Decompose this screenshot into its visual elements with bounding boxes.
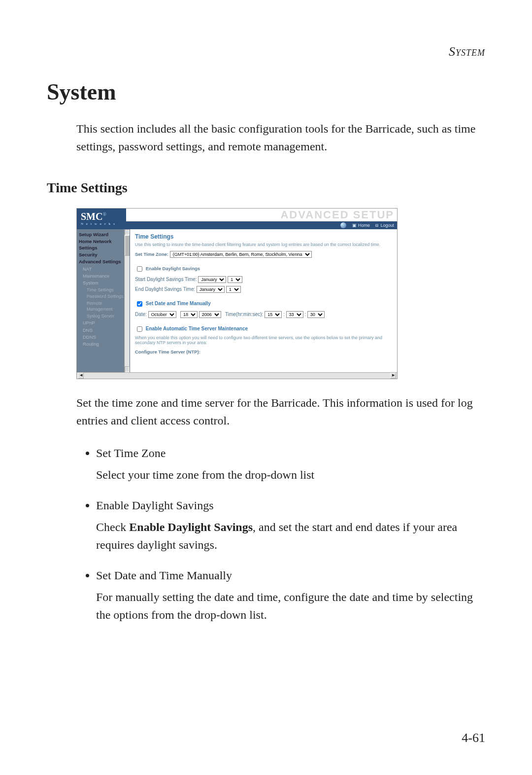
sidebar-item-home-network[interactable]: Home Network Settings — [79, 238, 128, 251]
end-dst-month[interactable]: January — [197, 286, 225, 293]
list-item: Enable Daylight Savings Check Enable Day… — [96, 496, 485, 554]
sidebar-item-password-settings[interactable]: Password Settings — [79, 293, 128, 300]
sidebar-item-syslog-server[interactable]: Syslog Server — [79, 313, 128, 320]
start-dst-day[interactable]: 1 — [228, 276, 242, 283]
sidebar-item-advanced[interactable]: Advanced Settings — [79, 258, 128, 265]
page-number: 4-61 — [462, 731, 485, 745]
time-min[interactable]: 33 — [286, 311, 303, 318]
timezone-select[interactable]: (GMT+01:00) Amsterdam, Berlin, Bern, Rom… — [170, 251, 312, 258]
bullet-head: Set Time Zone — [96, 444, 485, 462]
sidebar-item-ddns[interactable]: DDNS — [79, 334, 128, 341]
bullet-body: For manually setting the date and time, … — [96, 588, 485, 624]
sidebar-item-dns[interactable]: DNS — [79, 327, 128, 334]
list-item: Set Time Zone Select your time zone from… — [96, 444, 485, 484]
end-dst-label: End Daylight Savings Time: — [135, 286, 195, 292]
bottom-scrollbar[interactable]: ◀ ▶ — [77, 372, 397, 379]
scroll-down-icon[interactable]: ▼ — [125, 366, 130, 372]
logo-text: SMC — [81, 211, 102, 222]
time-sec[interactable]: 30 — [307, 311, 325, 318]
manual-datetime-label: Set Date and Time Manually — [146, 301, 211, 306]
date-year[interactable]: 2006 — [199, 311, 221, 318]
time-label: Time(hr:min:sec): — [225, 312, 263, 317]
sidebar-scrollbar[interactable]: ▲ ▼ — [124, 229, 130, 372]
end-dst-day[interactable]: 1 — [226, 286, 241, 293]
sidebar-item-upnp[interactable]: UPnP — [79, 319, 128, 326]
intro-paragraph: This section includes all the basic conf… — [76, 120, 485, 155]
logo-subtext: N e t w o r k s — [81, 222, 122, 225]
sidebar-item-security[interactable]: Security — [79, 251, 128, 258]
app-title: ADVANCED SETUP — [126, 209, 397, 221]
logout-link[interactable]: ⦻ Logout — [375, 223, 394, 228]
date-label: Date: — [135, 312, 147, 317]
router-ui-screenshot: SMC® N e t w o r k s ADVANCED SETUP ▣ Ho… — [76, 208, 398, 379]
section-title: Time Settings — [47, 180, 485, 196]
sidebar-item-routing[interactable]: Routing — [79, 341, 128, 348]
daylight-savings-label: Enable Daylight Savings — [146, 266, 200, 271]
globe-icon — [340, 222, 346, 228]
bullet-list: Set Time Zone Select your time zone from… — [96, 444, 485, 624]
logo: SMC® N e t w o r k s — [77, 209, 126, 229]
date-day[interactable]: 18 — [180, 311, 198, 318]
sidebar-item-setup-wizard[interactable]: Setup Wizard — [79, 231, 128, 238]
home-link[interactable]: ▣ Home — [352, 223, 370, 228]
configure-ntp-label: Configure Time Server (NTP): — [135, 349, 392, 354]
time-hour[interactable]: 15 — [265, 311, 282, 318]
sidebar-item-nat[interactable]: NAT — [79, 266, 128, 273]
sidebar-item-time-settings[interactable]: Time Settings — [79, 287, 128, 294]
timezone-label: Set Time Zone: — [135, 251, 168, 257]
content-description: Use this setting to insure the time-base… — [135, 242, 392, 247]
scroll-up-icon[interactable]: ▲ — [125, 229, 130, 235]
list-item: Set Date and Time Manually For manually … — [96, 566, 485, 624]
page-title: System — [47, 79, 485, 105]
date-month[interactable]: October — [148, 311, 176, 318]
scroll-right-icon[interactable]: ▶ — [390, 373, 396, 379]
sidebar-item-maintenance[interactable]: Maintenance — [79, 273, 128, 280]
auto-timeserver-label: Enable Automatic Time Server Maintenance — [146, 326, 248, 331]
content-pane: Time Settings Use this setting to insure… — [130, 229, 397, 372]
bullet-body: Select your time zone from the drop-down… — [96, 466, 485, 484]
sidebar: Setup Wizard Home Network Settings Secur… — [77, 229, 130, 372]
start-dst-month[interactable]: January — [198, 276, 226, 283]
daylight-savings-checkbox[interactable] — [137, 266, 142, 272]
start-dst-label: Start Daylight Savings Time: — [135, 277, 197, 282]
content-title: Time Settings — [135, 233, 392, 240]
after-shot-paragraph: Set the time zone and time server for th… — [76, 394, 485, 429]
manual-datetime-checkbox[interactable] — [137, 301, 142, 307]
auto-timeserver-desc: When you enable this option you will nee… — [135, 335, 392, 345]
scroll-left-icon[interactable]: ◀ — [78, 373, 84, 379]
auto-timeserver-checkbox[interactable] — [137, 326, 142, 332]
sidebar-item-remote-management[interactable]: Remote Management — [79, 300, 128, 313]
sidebar-item-system[interactable]: System — [79, 280, 128, 286]
bullet-body: Check Enable Daylight Savings, and set t… — [96, 518, 485, 554]
running-head: System — [47, 44, 485, 59]
bullet-head: Set Date and Time Manually — [96, 566, 485, 584]
bullet-head: Enable Daylight Savings — [96, 496, 485, 514]
